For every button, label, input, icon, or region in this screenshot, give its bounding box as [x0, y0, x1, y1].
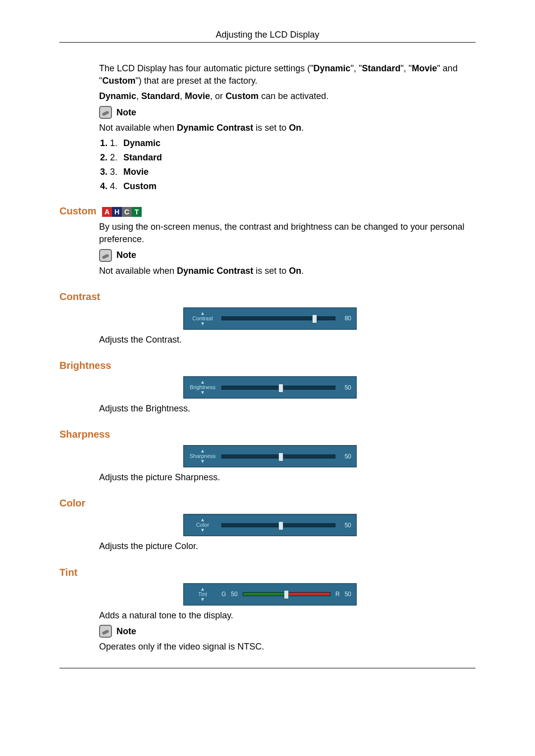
mode-item-custom: 4.Custom: [110, 181, 476, 192]
mode-item-standard: 2.Standard: [110, 152, 476, 163]
arrow-down-icon: ▼: [200, 390, 205, 395]
slider-track[interactable]: [221, 386, 335, 390]
arrow-down-icon: ▼: [200, 597, 205, 602]
tint-g-label: G: [221, 591, 226, 598]
text: is set to: [253, 266, 289, 276]
color-desc: Adjusts the picture Color.: [99, 540, 476, 553]
slider-label-col: ▲ Contrast ▼: [189, 311, 216, 326]
slider-label: Tint: [198, 592, 207, 597]
badge-a-icon: A: [102, 207, 112, 217]
text: .: [301, 266, 304, 276]
list-label: Movie: [123, 167, 149, 177]
heading-tint: Tint: [59, 567, 476, 578]
mode-item-movie: 3.Movie: [110, 167, 476, 177]
slider-thumb[interactable]: [278, 453, 283, 461]
text: Not available when: [99, 266, 177, 276]
text-bold: Custom: [102, 76, 135, 86]
list-number: 2.: [110, 152, 117, 162]
mode-list: 1.Dynamic 2.Standard 3.Movie 4.Custom: [110, 138, 476, 192]
note-icon: [99, 106, 112, 119]
arrow-down-icon: ▼: [200, 321, 205, 326]
note-line: Note: [99, 106, 476, 119]
note-icon: [99, 625, 112, 638]
slider-thumb[interactable]: [284, 590, 289, 599]
list-label: Custom: [123, 181, 157, 191]
arrow-down-icon: ▼: [200, 459, 205, 464]
contrast-slider[interactable]: ▲ Contrast ▼ 80: [183, 307, 357, 330]
tint-note-text: Operates only if the video signal is NTS…: [99, 641, 476, 653]
slider-thumb[interactable]: [278, 521, 283, 530]
slider-track[interactable]: [221, 454, 335, 458]
brightness-slider[interactable]: ▲ Brightness ▼ 50: [183, 376, 357, 399]
text-bold: Movie: [412, 63, 437, 73]
brightness-desc: Adjusts the Brightness.: [99, 403, 476, 415]
text-bold: Custom: [225, 91, 259, 101]
text-bold: Movie: [185, 91, 210, 101]
list-number: 1.: [110, 138, 117, 148]
note-label: Note: [116, 626, 136, 636]
note-label: Note: [116, 107, 136, 117]
text: The LCD Display has four automatic pictu…: [99, 63, 314, 73]
tint-track[interactable]: [243, 592, 330, 596]
note-line: Note: [99, 625, 476, 638]
slider-track[interactable]: [221, 523, 335, 527]
note-text: Not available when Dynamic Contrast is s…: [99, 122, 476, 134]
page-header: Adjusting the LCD Display: [59, 30, 476, 43]
heading-brightness: Brightness: [59, 360, 476, 371]
text: ", ": [400, 63, 412, 73]
list-label: Standard: [123, 152, 162, 162]
note-icon: [99, 249, 112, 262]
heading-custom: Custom A H C T: [59, 205, 476, 217]
text: ", ": [351, 63, 362, 73]
arrow-down-icon: ▼: [200, 528, 205, 533]
tint-g-value: 50: [231, 591, 237, 598]
sharpness-desc: Adjusts the picture Sharpness.: [99, 471, 476, 484]
slider-label-col: ▲ Sharpness ▼: [189, 449, 216, 464]
slider-track[interactable]: [221, 316, 335, 320]
list-number: 4.: [110, 181, 117, 191]
color-slider[interactable]: ▲ Color ▼ 50: [183, 514, 357, 536]
text: ,: [180, 91, 185, 101]
slider-label-col: ▲ Color ▼: [189, 517, 216, 533]
slider-label-col: ▲ Brightness ▼: [189, 380, 216, 395]
slider-thumb[interactable]: [312, 314, 317, 323]
note-text: Not available when Dynamic Contrast is s…: [99, 265, 476, 277]
slider-label-col: ▲ Tint ▼: [189, 587, 216, 602]
tint-r-label: R: [335, 591, 340, 598]
heading-sharpness: Sharpness: [59, 429, 476, 440]
note-line: Note: [99, 249, 476, 261]
text: .: [301, 123, 304, 133]
heading-text: Custom: [59, 205, 96, 216]
contrast-desc: Adjusts the Contrast.: [99, 334, 476, 346]
tint-desc: Adds a natural tone to the display.: [99, 609, 476, 622]
footer-rule: [59, 668, 476, 668]
mode-item-dynamic: 1.Dynamic: [110, 138, 476, 149]
tint-slider[interactable]: ▲ Tint ▼ G 50 R 50: [183, 583, 357, 605]
text-bold: On: [289, 266, 301, 276]
text: is set to: [253, 123, 289, 133]
text: , or: [210, 91, 225, 101]
text-bold: Dynamic Contrast: [177, 123, 253, 133]
badge-h-icon: H: [112, 207, 122, 217]
intro-paragraph-1: The LCD Display has four automatic pictu…: [99, 62, 476, 87]
text-bold: Standard: [362, 63, 400, 73]
badge-c-icon: C: [122, 207, 132, 217]
slider-value: 50: [340, 522, 351, 529]
slider-thumb[interactable]: [278, 384, 283, 393]
slider-value: 50: [340, 384, 351, 391]
text-bold: On: [289, 123, 301, 133]
slider-value: 50: [340, 453, 351, 460]
text-bold: Dynamic Contrast: [177, 266, 253, 276]
text-bold: Dynamic: [99, 91, 136, 101]
custom-desc: By using the on-screen menus, the contra…: [99, 221, 476, 246]
text-bold: Dynamic: [314, 63, 351, 73]
sharpness-slider[interactable]: ▲ Sharpness ▼ 50: [183, 445, 357, 467]
list-label: Dynamic: [123, 138, 160, 148]
badge-t-icon: T: [132, 207, 142, 217]
note-label: Note: [116, 250, 136, 260]
list-number: 3.: [110, 167, 117, 177]
slider-value: 80: [340, 315, 351, 322]
input-source-badges: A H C T: [102, 207, 142, 217]
heading-contrast: Contrast: [59, 291, 476, 302]
heading-color: Color: [59, 498, 476, 509]
